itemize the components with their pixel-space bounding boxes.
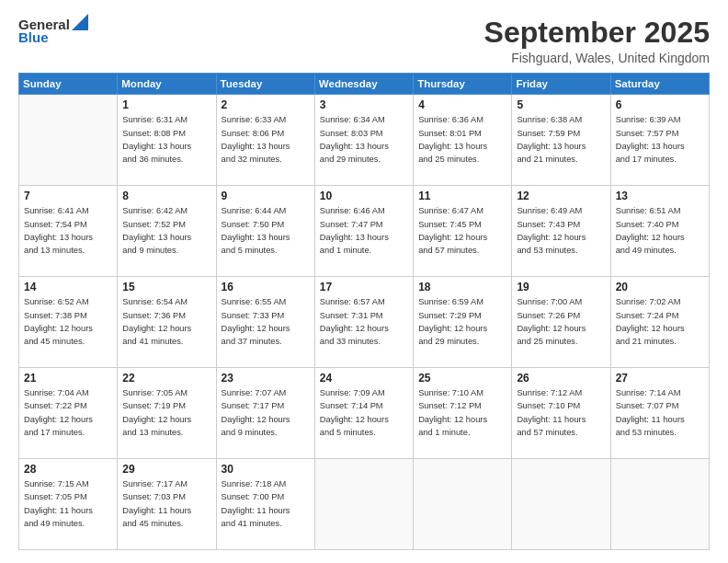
weekday-header-friday: Friday [512,74,610,95]
day-number: 21 [24,372,112,385]
day-info: Sunrise: 7:04 AMSunset: 7:22 PMDaylight:… [24,386,112,440]
day-number: 19 [517,281,605,293]
weekday-header-tuesday: Tuesday [216,74,314,95]
day-number: 17 [320,281,408,293]
day-number: 28 [24,463,112,476]
day-number: 20 [616,281,704,293]
day-info: Sunrise: 6:57 AMSunset: 7:31 PMDaylight:… [320,295,408,349]
weekday-header-thursday: Thursday [414,74,512,95]
calendar-cell: 2Sunrise: 6:33 AMSunset: 8:06 PMDaylight… [216,95,314,186]
day-number: 8 [122,190,210,202]
day-info: Sunrise: 6:39 AMSunset: 7:57 PMDaylight:… [616,113,704,167]
day-number: 4 [418,98,506,111]
day-number: 27 [616,372,704,385]
calendar-cell [314,459,413,550]
calendar-cell: 16Sunrise: 6:55 AMSunset: 7:33 PMDayligh… [216,277,314,368]
calendar-cell [610,459,709,550]
calendar-cell: 30Sunrise: 7:18 AMSunset: 7:00 PMDayligh… [216,459,314,550]
calendar-cell [19,95,118,186]
day-info: Sunrise: 7:10 AMSunset: 7:12 PMDaylight:… [418,386,506,440]
day-info: Sunrise: 7:07 AMSunset: 7:17 PMDaylight:… [222,386,310,440]
day-info: Sunrise: 7:15 AMSunset: 7:05 PMDaylight:… [24,477,112,531]
day-info: Sunrise: 6:55 AMSunset: 7:33 PMDaylight:… [222,295,310,349]
weekday-header-saturday: Saturday [610,74,709,95]
day-number: 18 [418,281,506,293]
day-info: Sunrise: 7:17 AMSunset: 7:03 PMDaylight:… [122,477,210,531]
day-number: 24 [320,372,408,385]
day-info: Sunrise: 6:47 AMSunset: 7:45 PMDaylight:… [418,204,506,258]
day-info: Sunrise: 7:18 AMSunset: 7:00 PMDaylight:… [222,477,310,531]
day-info: Sunrise: 7:09 AMSunset: 7:14 PMDaylight:… [320,386,408,440]
day-info: Sunrise: 6:44 AMSunset: 7:50 PMDaylight:… [222,204,310,258]
day-info: Sunrise: 7:14 AMSunset: 7:07 PMDaylight:… [616,386,704,440]
day-info: Sunrise: 6:36 AMSunset: 8:01 PMDaylight:… [418,113,506,167]
calendar-cell: 14Sunrise: 6:52 AMSunset: 7:38 PMDayligh… [19,277,118,368]
calendar-cell: 5Sunrise: 6:38 AMSunset: 7:59 PMDaylight… [512,95,610,186]
calendar-cell: 10Sunrise: 6:46 AMSunset: 7:47 PMDayligh… [314,186,413,277]
day-info: Sunrise: 6:49 AMSunset: 7:43 PMDaylight:… [517,204,605,258]
day-number: 14 [24,281,112,293]
calendar-cell: 1Sunrise: 6:31 AMSunset: 8:08 PMDaylight… [118,95,216,186]
day-number: 11 [418,190,506,202]
title-block: September 2025 Fishguard, Wales, United … [484,17,710,65]
calendar-week-4: 21Sunrise: 7:04 AMSunset: 7:22 PMDayligh… [19,368,710,459]
logo-icon [72,14,88,30]
day-info: Sunrise: 6:33 AMSunset: 8:06 PMDaylight:… [222,113,310,167]
calendar-table: SundayMondayTuesdayWednesdayThursdayFrid… [18,73,710,550]
day-info: Sunrise: 6:41 AMSunset: 7:54 PMDaylight:… [24,204,112,258]
svg-marker-0 [72,14,88,30]
calendar-cell: 12Sunrise: 6:49 AMSunset: 7:43 PMDayligh… [512,186,610,277]
day-info: Sunrise: 7:02 AMSunset: 7:24 PMDaylight:… [616,295,704,349]
calendar-cell: 8Sunrise: 6:42 AMSunset: 7:52 PMDaylight… [118,186,216,277]
day-number: 12 [517,190,605,202]
day-info: Sunrise: 6:38 AMSunset: 7:59 PMDaylight:… [517,113,605,167]
calendar-cell: 29Sunrise: 7:17 AMSunset: 7:03 PMDayligh… [118,459,216,550]
day-info: Sunrise: 6:51 AMSunset: 7:40 PMDaylight:… [616,204,704,258]
day-info: Sunrise: 7:12 AMSunset: 7:10 PMDaylight:… [517,386,605,440]
day-info: Sunrise: 6:52 AMSunset: 7:38 PMDaylight:… [24,295,112,349]
weekday-header-wednesday: Wednesday [314,74,413,95]
calendar-cell: 26Sunrise: 7:12 AMSunset: 7:10 PMDayligh… [512,368,610,459]
day-number: 26 [517,372,605,385]
calendar-week-3: 14Sunrise: 6:52 AMSunset: 7:38 PMDayligh… [19,277,710,368]
day-number: 10 [320,190,408,202]
calendar-cell: 13Sunrise: 6:51 AMSunset: 7:40 PMDayligh… [610,186,709,277]
day-number: 30 [222,463,310,476]
calendar-week-2: 7Sunrise: 6:41 AMSunset: 7:54 PMDaylight… [19,186,710,277]
day-number: 6 [616,98,704,111]
day-number: 7 [24,190,112,202]
day-number: 23 [222,372,310,385]
calendar-cell: 25Sunrise: 7:10 AMSunset: 7:12 PMDayligh… [414,368,512,459]
calendar-cell: 17Sunrise: 6:57 AMSunset: 7:31 PMDayligh… [314,277,413,368]
calendar-cell: 18Sunrise: 6:59 AMSunset: 7:29 PMDayligh… [414,277,512,368]
day-info: Sunrise: 6:31 AMSunset: 8:08 PMDaylight:… [122,113,210,167]
day-info: Sunrise: 7:05 AMSunset: 7:19 PMDaylight:… [122,386,210,440]
day-number: 13 [616,190,704,202]
calendar-cell: 21Sunrise: 7:04 AMSunset: 7:22 PMDayligh… [19,368,118,459]
day-number: 1 [122,98,210,111]
day-info: Sunrise: 6:54 AMSunset: 7:36 PMDaylight:… [122,295,210,349]
month-title: September 2025 [484,17,710,49]
calendar-cell: 27Sunrise: 7:14 AMSunset: 7:07 PMDayligh… [610,368,709,459]
day-number: 15 [122,281,210,293]
calendar-cell: 20Sunrise: 7:02 AMSunset: 7:24 PMDayligh… [610,277,709,368]
calendar-week-1: 1Sunrise: 6:31 AMSunset: 8:08 PMDaylight… [19,95,710,186]
calendar-cell: 7Sunrise: 6:41 AMSunset: 7:54 PMDaylight… [19,186,118,277]
location: Fishguard, Wales, United Kingdom [484,51,710,65]
day-number: 16 [222,281,310,293]
day-info: Sunrise: 6:42 AMSunset: 7:52 PMDaylight:… [122,204,210,258]
day-info: Sunrise: 6:46 AMSunset: 7:47 PMDaylight:… [320,204,408,258]
calendar-cell: 6Sunrise: 6:39 AMSunset: 7:57 PMDaylight… [610,95,709,186]
calendar-cell: 9Sunrise: 6:44 AMSunset: 7:50 PMDaylight… [216,186,314,277]
day-number: 3 [320,98,408,111]
weekday-header-monday: Monday [118,74,216,95]
calendar-cell: 19Sunrise: 7:00 AMSunset: 7:26 PMDayligh… [512,277,610,368]
day-number: 9 [222,190,310,202]
day-info: Sunrise: 6:34 AMSunset: 8:03 PMDaylight:… [320,113,408,167]
page: General Blue September 2025 Fishguard, W… [0,0,728,563]
calendar-cell: 11Sunrise: 6:47 AMSunset: 7:45 PMDayligh… [414,186,512,277]
logo: General Blue [18,17,88,45]
calendar-cell [414,459,512,550]
day-number: 2 [222,98,310,111]
day-number: 25 [418,372,506,385]
